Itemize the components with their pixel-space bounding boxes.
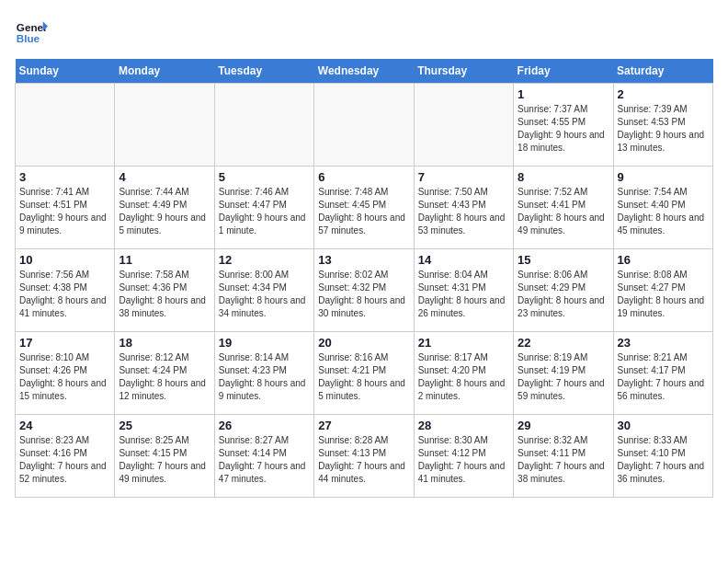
day-cell (214, 84, 313, 167)
day-number: 24 (19, 419, 110, 432)
svg-text:Blue: Blue (17, 32, 40, 44)
day-number: 8 (518, 170, 609, 184)
day-cell: 27Sunrise: 8:28 AM Sunset: 4:13 PM Dayli… (314, 415, 414, 498)
day-info: Sunrise: 7:48 AM Sunset: 4:45 PM Dayligh… (318, 186, 409, 237)
day-number: 10 (19, 253, 110, 267)
day-cell: 2Sunrise: 7:39 AM Sunset: 4:53 PM Daylig… (613, 84, 712, 167)
day-cell (314, 84, 414, 167)
logo-icon: General Blue (15, 15, 48, 48)
header: General Blue (15, 15, 713, 48)
week-row-3: 17Sunrise: 8:10 AM Sunset: 4:26 PM Dayli… (16, 332, 713, 415)
day-info: Sunrise: 8:23 AM Sunset: 4:16 PM Dayligh… (19, 434, 110, 486)
day-number: 14 (418, 253, 509, 267)
week-row-2: 10Sunrise: 7:56 AM Sunset: 4:38 PM Dayli… (16, 249, 713, 332)
day-number: 4 (119, 170, 210, 184)
day-number: 12 (219, 253, 310, 267)
day-info: Sunrise: 7:56 AM Sunset: 4:38 PM Dayligh… (19, 269, 110, 320)
day-info: Sunrise: 8:32 AM Sunset: 4:11 PM Dayligh… (518, 434, 609, 486)
header-saturday: Saturday (613, 59, 712, 84)
day-number: 5 (219, 170, 310, 184)
day-info: Sunrise: 8:28 AM Sunset: 4:13 PM Dayligh… (318, 434, 409, 486)
day-number: 16 (618, 253, 709, 267)
day-info: Sunrise: 7:46 AM Sunset: 4:47 PM Dayligh… (219, 186, 310, 237)
day-number: 23 (618, 336, 709, 350)
day-info: Sunrise: 8:10 AM Sunset: 4:26 PM Dayligh… (19, 351, 110, 403)
day-info: Sunrise: 7:44 AM Sunset: 4:49 PM Dayligh… (119, 186, 210, 237)
day-info: Sunrise: 8:25 AM Sunset: 4:15 PM Dayligh… (119, 434, 210, 486)
day-info: Sunrise: 7:52 AM Sunset: 4:41 PM Dayligh… (518, 186, 609, 237)
day-info: Sunrise: 8:12 AM Sunset: 4:24 PM Dayligh… (119, 351, 210, 403)
day-cell: 8Sunrise: 7:52 AM Sunset: 4:41 PM Daylig… (514, 167, 613, 249)
day-cell: 15Sunrise: 8:06 AM Sunset: 4:29 PM Dayli… (514, 249, 613, 332)
day-number: 18 (119, 336, 210, 350)
day-cell: 13Sunrise: 8:02 AM Sunset: 4:32 PM Dayli… (314, 249, 414, 332)
day-cell (414, 84, 513, 167)
day-info: Sunrise: 8:08 AM Sunset: 4:27 PM Dayligh… (618, 269, 709, 320)
day-info: Sunrise: 8:04 AM Sunset: 4:31 PM Dayligh… (418, 269, 509, 320)
day-info: Sunrise: 8:02 AM Sunset: 4:32 PM Dayligh… (318, 269, 409, 320)
day-info: Sunrise: 7:37 AM Sunset: 4:55 PM Dayligh… (518, 103, 609, 155)
day-info: Sunrise: 8:14 AM Sunset: 4:23 PM Dayligh… (219, 351, 310, 403)
day-cell: 9Sunrise: 7:54 AM Sunset: 4:40 PM Daylig… (613, 167, 712, 249)
day-cell: 16Sunrise: 8:08 AM Sunset: 4:27 PM Dayli… (613, 249, 712, 332)
day-info: Sunrise: 7:50 AM Sunset: 4:43 PM Dayligh… (418, 186, 509, 237)
day-number: 2 (618, 87, 709, 101)
day-number: 11 (119, 253, 210, 267)
day-cell: 25Sunrise: 8:25 AM Sunset: 4:15 PM Dayli… (115, 415, 214, 498)
day-number: 19 (219, 336, 310, 350)
day-number: 30 (618, 419, 709, 432)
header-tuesday: Tuesday (214, 59, 313, 84)
day-cell: 24Sunrise: 8:23 AM Sunset: 4:16 PM Dayli… (16, 415, 115, 498)
day-number: 15 (518, 253, 609, 267)
day-number: 22 (518, 336, 609, 350)
day-number: 29 (518, 419, 609, 432)
day-info: Sunrise: 8:00 AM Sunset: 4:34 PM Dayligh… (219, 269, 310, 320)
logo: General Blue (15, 15, 48, 48)
day-cell: 21Sunrise: 8:17 AM Sunset: 4:20 PM Dayli… (414, 332, 513, 415)
calendar-table: SundayMondayTuesdayWednesdayThursdayFrid… (15, 59, 713, 498)
week-row-4: 24Sunrise: 8:23 AM Sunset: 4:16 PM Dayli… (16, 415, 713, 498)
day-number: 17 (19, 336, 110, 350)
day-cell: 5Sunrise: 7:46 AM Sunset: 4:47 PM Daylig… (214, 167, 313, 249)
header-friday: Friday (514, 59, 613, 84)
day-info: Sunrise: 8:06 AM Sunset: 4:29 PM Dayligh… (518, 269, 609, 320)
day-info: Sunrise: 8:17 AM Sunset: 4:20 PM Dayligh… (418, 351, 509, 403)
header-sunday: Sunday (16, 59, 115, 84)
day-cell: 30Sunrise: 8:33 AM Sunset: 4:10 PM Dayli… (613, 415, 712, 498)
day-cell: 6Sunrise: 7:48 AM Sunset: 4:45 PM Daylig… (314, 167, 414, 249)
day-info: Sunrise: 8:16 AM Sunset: 4:21 PM Dayligh… (318, 351, 409, 403)
day-info: Sunrise: 7:41 AM Sunset: 4:51 PM Dayligh… (19, 186, 110, 237)
header-thursday: Thursday (414, 59, 513, 84)
day-info: Sunrise: 7:39 AM Sunset: 4:53 PM Dayligh… (618, 103, 709, 155)
week-row-1: 3Sunrise: 7:41 AM Sunset: 4:51 PM Daylig… (16, 167, 713, 249)
day-number: 1 (518, 87, 609, 101)
header-wednesday: Wednesday (314, 59, 414, 84)
day-cell (16, 84, 115, 167)
day-cell: 3Sunrise: 7:41 AM Sunset: 4:51 PM Daylig… (16, 167, 115, 249)
day-number: 27 (318, 419, 409, 432)
day-number: 26 (219, 419, 310, 432)
day-cell: 23Sunrise: 8:21 AM Sunset: 4:17 PM Dayli… (613, 332, 712, 415)
week-row-0: 1Sunrise: 7:37 AM Sunset: 4:55 PM Daylig… (16, 84, 713, 167)
day-cell: 14Sunrise: 8:04 AM Sunset: 4:31 PM Dayli… (414, 249, 513, 332)
day-info: Sunrise: 8:19 AM Sunset: 4:19 PM Dayligh… (518, 351, 609, 403)
day-info: Sunrise: 7:58 AM Sunset: 4:36 PM Dayligh… (119, 269, 210, 320)
day-info: Sunrise: 7:54 AM Sunset: 4:40 PM Dayligh… (618, 186, 709, 237)
calendar-header-row: SundayMondayTuesdayWednesdayThursdayFrid… (16, 59, 713, 84)
day-number: 25 (119, 419, 210, 432)
day-cell: 12Sunrise: 8:00 AM Sunset: 4:34 PM Dayli… (214, 249, 313, 332)
day-cell: 22Sunrise: 8:19 AM Sunset: 4:19 PM Dayli… (514, 332, 613, 415)
day-info: Sunrise: 8:21 AM Sunset: 4:17 PM Dayligh… (618, 351, 709, 403)
day-number: 9 (618, 170, 709, 184)
day-number: 20 (318, 336, 409, 350)
day-number: 3 (19, 170, 110, 184)
day-cell: 4Sunrise: 7:44 AM Sunset: 4:49 PM Daylig… (115, 167, 214, 249)
day-number: 7 (418, 170, 509, 184)
day-number: 28 (418, 419, 509, 432)
day-cell: 20Sunrise: 8:16 AM Sunset: 4:21 PM Dayli… (314, 332, 414, 415)
day-info: Sunrise: 8:30 AM Sunset: 4:12 PM Dayligh… (418, 434, 509, 486)
header-monday: Monday (115, 59, 214, 84)
day-cell: 26Sunrise: 8:27 AM Sunset: 4:14 PM Dayli… (214, 415, 313, 498)
day-cell: 7Sunrise: 7:50 AM Sunset: 4:43 PM Daylig… (414, 167, 513, 249)
day-cell: 28Sunrise: 8:30 AM Sunset: 4:12 PM Dayli… (414, 415, 513, 498)
